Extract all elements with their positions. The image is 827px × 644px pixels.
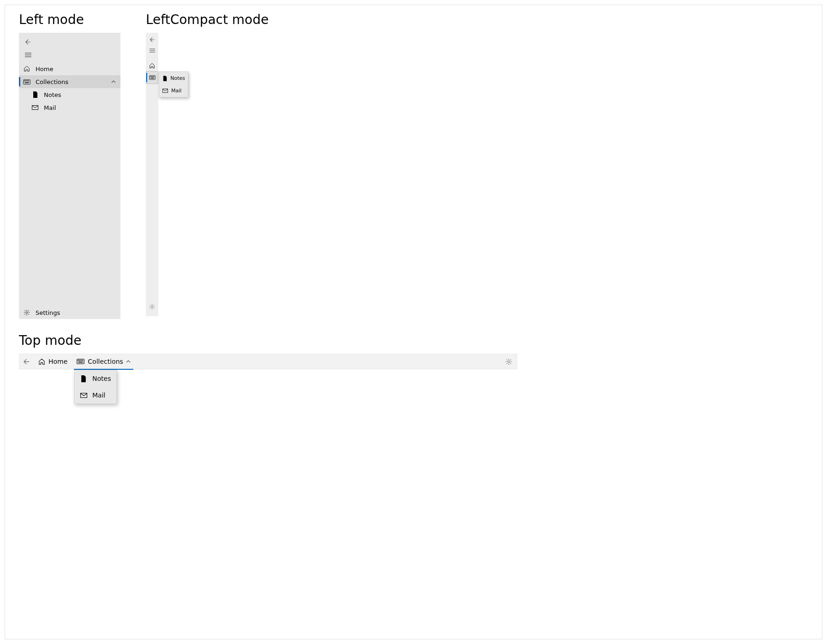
svg-point-14 bbox=[151, 306, 153, 307]
svg-rect-5 bbox=[25, 82, 29, 83]
svg-rect-19 bbox=[81, 360, 82, 361]
mail-icon bbox=[79, 393, 88, 398]
left-nav-pane: Home Collections Notes bbox=[19, 33, 120, 319]
hamburger-icon bbox=[150, 48, 155, 53]
home-icon bbox=[38, 358, 45, 365]
top-label-collections: Collections bbox=[88, 358, 123, 365]
back-arrow-icon bbox=[25, 39, 31, 45]
compact-hamburger-button[interactable] bbox=[146, 45, 158, 56]
top-flyout: Notes Mail bbox=[74, 370, 117, 404]
top-label-home: Home bbox=[48, 358, 67, 365]
compact-back-button[interactable] bbox=[146, 35, 158, 45]
nav-label-collections: Collections bbox=[36, 78, 111, 85]
compact-item-settings[interactable] bbox=[146, 301, 158, 313]
mail-icon bbox=[162, 89, 168, 93]
compact-item-collections[interactable] bbox=[146, 72, 158, 84]
document-icon bbox=[79, 375, 88, 382]
flyout-item-mail[interactable]: Mail bbox=[159, 84, 188, 97]
svg-rect-2 bbox=[25, 80, 26, 81]
compact-flyout: Notes Mail bbox=[159, 72, 188, 97]
top-item-settings[interactable] bbox=[501, 354, 517, 369]
keyboard-icon bbox=[77, 359, 84, 364]
svg-rect-10 bbox=[151, 76, 152, 77]
nav-item-settings[interactable]: Settings bbox=[19, 306, 120, 319]
svg-point-7 bbox=[26, 312, 28, 313]
flyout-label-notes: Notes bbox=[170, 75, 185, 81]
compact-mode-title: LeftCompact mode bbox=[146, 12, 269, 27]
flyout-item-notes[interactable]: Notes bbox=[159, 72, 188, 84]
top-mode-title: Top mode bbox=[19, 333, 808, 348]
svg-rect-12 bbox=[153, 76, 154, 77]
back-arrow-icon bbox=[23, 358, 30, 365]
home-icon bbox=[149, 63, 155, 69]
svg-rect-13 bbox=[150, 78, 154, 78]
top-flyout-label-mail: Mail bbox=[92, 391, 105, 399]
top-nav-bar: Home Collections bbox=[19, 354, 517, 369]
svg-rect-4 bbox=[28, 80, 29, 81]
svg-rect-9 bbox=[150, 76, 150, 77]
svg-rect-18 bbox=[79, 360, 80, 361]
back-arrow-icon bbox=[150, 37, 155, 42]
chevron-up-icon bbox=[111, 80, 116, 83]
svg-rect-11 bbox=[152, 76, 153, 77]
left-mode-title: Left mode bbox=[19, 12, 120, 27]
hamburger-button[interactable] bbox=[20, 48, 36, 61]
mail-icon bbox=[31, 105, 39, 110]
home-icon bbox=[23, 66, 31, 72]
keyboard-icon bbox=[149, 75, 156, 80]
hamburger-icon bbox=[25, 53, 31, 57]
top-flyout-label-notes: Notes bbox=[92, 375, 111, 382]
top-item-collections[interactable]: Collections bbox=[72, 354, 135, 369]
nav-item-mail[interactable]: Mail bbox=[19, 101, 120, 114]
compact-nav-pane bbox=[146, 33, 158, 316]
gear-icon bbox=[149, 304, 155, 310]
top-flyout-item-mail[interactable]: Mail bbox=[75, 387, 116, 403]
document-icon bbox=[162, 76, 168, 81]
svg-rect-21 bbox=[79, 362, 83, 363]
flyout-label-mail: Mail bbox=[171, 88, 181, 94]
document-icon bbox=[31, 91, 39, 98]
nav-item-home[interactable]: Home bbox=[19, 62, 120, 75]
nav-label-notes: Notes bbox=[44, 91, 116, 98]
back-button[interactable] bbox=[20, 36, 36, 48]
svg-rect-17 bbox=[78, 360, 78, 361]
svg-rect-3 bbox=[27, 80, 28, 81]
gear-icon bbox=[23, 309, 31, 316]
svg-point-22 bbox=[508, 361, 509, 362]
gear-icon bbox=[505, 358, 512, 365]
top-back-button[interactable] bbox=[19, 354, 34, 369]
compact-item-home[interactable] bbox=[146, 60, 158, 72]
nav-label-settings: Settings bbox=[36, 309, 116, 316]
chevron-up-icon bbox=[126, 360, 131, 363]
nav-item-notes[interactable]: Notes bbox=[19, 88, 120, 101]
nav-item-collections[interactable]: Collections bbox=[19, 75, 120, 88]
nav-label-mail: Mail bbox=[44, 104, 116, 111]
top-item-home[interactable]: Home bbox=[34, 354, 72, 369]
svg-rect-1 bbox=[24, 80, 25, 81]
nav-label-home: Home bbox=[36, 66, 116, 72]
svg-rect-20 bbox=[82, 360, 83, 361]
keyboard-icon bbox=[23, 79, 31, 84]
top-flyout-item-notes[interactable]: Notes bbox=[75, 370, 116, 387]
